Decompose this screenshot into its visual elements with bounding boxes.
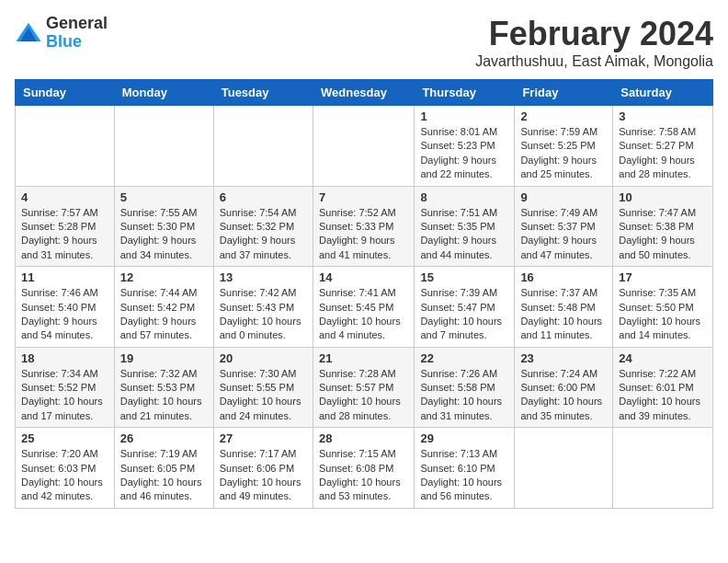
table-row [16, 106, 115, 187]
day-number: 13 [220, 270, 307, 284]
table-row: 26Sunrise: 7:19 AMSunset: 6:05 PMDayligh… [114, 428, 213, 509]
table-row: 11Sunrise: 7:46 AMSunset: 5:40 PMDayligh… [16, 267, 115, 348]
day-number: 1 [420, 109, 508, 123]
day-number: 23 [520, 351, 607, 365]
logo-general: General [46, 15, 108, 33]
table-row: 12Sunrise: 7:44 AMSunset: 5:42 PMDayligh… [114, 267, 213, 348]
table-row: 5Sunrise: 7:55 AMSunset: 5:30 PMDaylight… [114, 186, 213, 267]
table-row: 3Sunrise: 7:58 AMSunset: 5:27 PMDaylight… [613, 106, 713, 187]
calendar-week-row: 11Sunrise: 7:46 AMSunset: 5:40 PMDayligh… [16, 267, 713, 348]
header-sunday: Sunday [16, 80, 115, 106]
page-header: General Blue February 2024 Javarthushuu,… [15, 15, 713, 70]
day-number: 9 [520, 190, 607, 204]
table-row [613, 428, 713, 509]
table-row: 29Sunrise: 7:13 AMSunset: 6:10 PMDayligh… [415, 428, 515, 509]
day-number: 14 [319, 270, 408, 284]
table-row: 28Sunrise: 7:15 AMSunset: 6:08 PMDayligh… [313, 428, 414, 509]
month-title: February 2024 [475, 15, 713, 53]
logo-blue: Blue [46, 33, 108, 52]
table-row: 20Sunrise: 7:30 AMSunset: 5:55 PMDayligh… [213, 347, 313, 428]
day-info: Sunrise: 7:24 AMSunset: 6:00 PMDaylight:… [520, 367, 607, 424]
day-info: Sunrise: 7:19 AMSunset: 6:05 PMDaylight:… [120, 447, 208, 504]
day-number: 15 [420, 270, 508, 284]
table-row: 18Sunrise: 7:34 AMSunset: 5:52 PMDayligh… [16, 347, 115, 428]
table-row: 25Sunrise: 7:20 AMSunset: 6:03 PMDayligh… [16, 428, 115, 509]
day-number: 3 [619, 109, 707, 123]
table-row: 1Sunrise: 8:01 AMSunset: 5:23 PMDaylight… [415, 106, 515, 187]
day-info: Sunrise: 7:58 AMSunset: 5:27 PMDaylight:… [619, 125, 707, 182]
logo-icon [15, 19, 42, 47]
table-row: 10Sunrise: 7:47 AMSunset: 5:38 PMDayligh… [613, 186, 713, 267]
day-info: Sunrise: 7:37 AMSunset: 5:48 PMDaylight:… [520, 286, 607, 343]
header-tuesday: Tuesday [213, 80, 313, 106]
calendar-week-row: 1Sunrise: 8:01 AMSunset: 5:23 PMDaylight… [16, 106, 713, 187]
day-number: 16 [520, 270, 607, 284]
calendar-week-row: 18Sunrise: 7:34 AMSunset: 5:52 PMDayligh… [16, 347, 713, 428]
day-info: Sunrise: 8:01 AMSunset: 5:23 PMDaylight:… [420, 125, 508, 182]
day-info: Sunrise: 7:35 AMSunset: 5:50 PMDaylight:… [619, 286, 707, 343]
day-info: Sunrise: 7:46 AMSunset: 5:40 PMDaylight:… [21, 286, 108, 343]
table-row: 2Sunrise: 7:59 AMSunset: 5:25 PMDaylight… [515, 106, 613, 187]
day-number: 7 [319, 190, 408, 204]
day-number: 25 [21, 431, 108, 445]
logo-text: General Blue [46, 15, 108, 52]
table-row: 7Sunrise: 7:52 AMSunset: 5:33 PMDaylight… [313, 186, 414, 267]
day-info: Sunrise: 7:42 AMSunset: 5:43 PMDaylight:… [220, 286, 307, 343]
table-row: 21Sunrise: 7:28 AMSunset: 5:57 PMDayligh… [313, 347, 414, 428]
table-row [313, 106, 414, 187]
table-row: 16Sunrise: 7:37 AMSunset: 5:48 PMDayligh… [515, 267, 613, 348]
day-info: Sunrise: 7:28 AMSunset: 5:57 PMDaylight:… [319, 367, 408, 424]
day-info: Sunrise: 7:30 AMSunset: 5:55 PMDaylight:… [220, 367, 307, 424]
day-number: 29 [420, 431, 508, 445]
day-info: Sunrise: 7:39 AMSunset: 5:47 PMDaylight:… [420, 286, 508, 343]
day-info: Sunrise: 7:47 AMSunset: 5:38 PMDaylight:… [619, 206, 707, 263]
day-info: Sunrise: 7:32 AMSunset: 5:53 PMDaylight:… [120, 367, 208, 424]
day-number: 27 [220, 431, 307, 445]
day-number: 18 [21, 351, 108, 365]
header-monday: Monday [114, 80, 213, 106]
table-row: 6Sunrise: 7:54 AMSunset: 5:32 PMDaylight… [213, 186, 313, 267]
table-row: 15Sunrise: 7:39 AMSunset: 5:47 PMDayligh… [415, 267, 515, 348]
table-row: 27Sunrise: 7:17 AMSunset: 6:06 PMDayligh… [213, 428, 313, 509]
day-info: Sunrise: 7:44 AMSunset: 5:42 PMDaylight:… [120, 286, 208, 343]
table-row: 22Sunrise: 7:26 AMSunset: 5:58 PMDayligh… [415, 347, 515, 428]
calendar-week-row: 4Sunrise: 7:57 AMSunset: 5:28 PMDaylight… [16, 186, 713, 267]
day-info: Sunrise: 7:26 AMSunset: 5:58 PMDaylight:… [420, 367, 508, 424]
table-row: 23Sunrise: 7:24 AMSunset: 6:00 PMDayligh… [515, 347, 613, 428]
day-info: Sunrise: 7:57 AMSunset: 5:28 PMDaylight:… [21, 206, 108, 263]
logo: General Blue [15, 15, 108, 52]
header-friday: Friday [515, 80, 613, 106]
day-info: Sunrise: 7:59 AMSunset: 5:25 PMDaylight:… [520, 125, 607, 182]
day-number: 6 [220, 190, 307, 204]
table-row: 9Sunrise: 7:49 AMSunset: 5:37 PMDaylight… [515, 186, 613, 267]
table-row: 8Sunrise: 7:51 AMSunset: 5:35 PMDaylight… [415, 186, 515, 267]
table-row: 14Sunrise: 7:41 AMSunset: 5:45 PMDayligh… [313, 267, 414, 348]
title-section: February 2024 Javarthushuu, East Aimak, … [475, 15, 713, 70]
table-row: 13Sunrise: 7:42 AMSunset: 5:43 PMDayligh… [213, 267, 313, 348]
table-row: 19Sunrise: 7:32 AMSunset: 5:53 PMDayligh… [114, 347, 213, 428]
day-number: 21 [319, 351, 408, 365]
day-number: 5 [120, 190, 208, 204]
calendar-table: Sunday Monday Tuesday Wednesday Thursday… [15, 79, 713, 509]
table-row: 4Sunrise: 7:57 AMSunset: 5:28 PMDaylight… [16, 186, 115, 267]
day-info: Sunrise: 7:51 AMSunset: 5:35 PMDaylight:… [420, 206, 508, 263]
calendar-header-row: Sunday Monday Tuesday Wednesday Thursday… [16, 80, 713, 106]
day-info: Sunrise: 7:15 AMSunset: 6:08 PMDaylight:… [319, 447, 408, 504]
table-row [515, 428, 613, 509]
day-info: Sunrise: 7:55 AMSunset: 5:30 PMDaylight:… [120, 206, 208, 263]
table-row [213, 106, 313, 187]
day-info: Sunrise: 7:20 AMSunset: 6:03 PMDaylight:… [21, 447, 108, 504]
table-row [114, 106, 213, 187]
day-number: 12 [120, 270, 208, 284]
location-title: Javarthushuu, East Aimak, Mongolia [475, 53, 713, 70]
day-number: 24 [619, 351, 707, 365]
day-number: 22 [420, 351, 508, 365]
day-info: Sunrise: 7:49 AMSunset: 5:37 PMDaylight:… [520, 206, 607, 263]
calendar-week-row: 25Sunrise: 7:20 AMSunset: 6:03 PMDayligh… [16, 428, 713, 509]
day-number: 20 [220, 351, 307, 365]
day-info: Sunrise: 7:54 AMSunset: 5:32 PMDaylight:… [220, 206, 307, 263]
day-number: 4 [21, 190, 108, 204]
header-wednesday: Wednesday [313, 80, 414, 106]
day-number: 17 [619, 270, 707, 284]
day-number: 10 [619, 190, 707, 204]
